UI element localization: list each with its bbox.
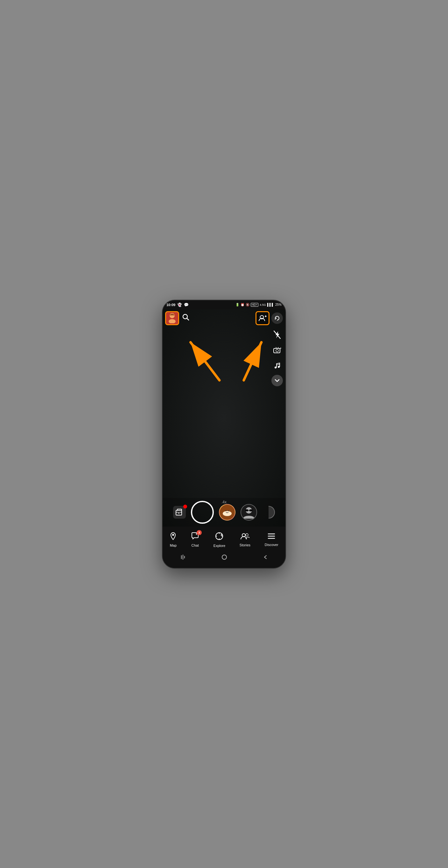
battery-icon: 🔋 — [235, 303, 239, 306]
search-button[interactable] — [182, 314, 189, 322]
status-bar: 10:09 👻 💬 🔋 ⏰ 🔇 HD+ 4.5G ▌▌▌ 25% — [163, 300, 285, 309]
chat-nav-icon: 3 — [191, 532, 199, 542]
alarm-icon: ⏰ — [241, 303, 244, 306]
svg-point-22 — [228, 510, 229, 511]
nav-item-chat[interactable]: 3 Chat — [191, 532, 199, 547]
story-thumbnail-2[interactable] — [241, 504, 257, 521]
status-right: 🔋 ⏰ 🔇 HD+ 4.5G ▌▌▌ 25% — [235, 303, 282, 307]
svg-point-31 — [246, 534, 248, 536]
capture-button[interactable] — [191, 501, 214, 524]
flip-camera-button[interactable] — [271, 312, 283, 324]
stories-nav-label: Stories — [239, 543, 250, 547]
discover-nav-label: Discover — [265, 543, 279, 547]
svg-rect-11 — [274, 348, 280, 353]
bottom-nav: Map 3 Chat — [163, 527, 285, 568]
explore-nav-icon — [215, 532, 224, 542]
discover-nav-icon — [267, 533, 275, 541]
phone-frame: 10:09 👻 💬 🔋 ⏰ 🔇 HD+ 4.5G ▌▌▌ 25% — [162, 300, 286, 568]
top-left-controls — [165, 311, 189, 325]
battery-percent: 25% — [275, 303, 282, 306]
music-icon — [274, 362, 280, 369]
nav-item-map[interactable]: Map — [169, 532, 177, 547]
nav-items-row: Map 3 Chat — [163, 527, 285, 551]
more-options-button[interactable] — [271, 375, 283, 386]
svg-line-4 — [187, 318, 189, 320]
map-icon — [169, 532, 177, 540]
svg-point-12 — [276, 349, 279, 352]
snapchat-ghost-icon: 👻 — [177, 303, 182, 307]
svg-text:✦: ✦ — [280, 347, 281, 349]
search-icon — [182, 314, 189, 321]
network-type: 4.5G — [260, 303, 266, 306]
ai-camera-button[interactable]: ✦ — [271, 344, 283, 356]
back-icon — [262, 554, 268, 560]
nav-item-stories[interactable]: Stories — [239, 532, 250, 547]
android-back-button[interactable] — [262, 554, 268, 562]
story-image-1 — [220, 505, 235, 520]
android-recents-button[interactable] — [180, 554, 187, 562]
stories-nav-icon — [241, 532, 250, 542]
chevron-down-icon — [275, 379, 280, 382]
map-nav-label: Map — [170, 544, 177, 547]
mute-icon: 🔇 — [246, 303, 250, 306]
svg-rect-38 — [222, 555, 227, 559]
avatar-button[interactable] — [165, 311, 179, 325]
music-button[interactable] — [271, 360, 283, 371]
svg-line-10 — [274, 331, 280, 339]
flash-off-icon — [274, 331, 281, 339]
svg-point-21 — [226, 510, 227, 511]
android-home-button[interactable] — [221, 554, 227, 562]
svg-rect-26 — [250, 509, 252, 511]
camera-view — [163, 309, 285, 527]
explore-icon — [215, 532, 224, 540]
memories-badge — [183, 505, 187, 508]
add-friend-button[interactable] — [256, 311, 269, 325]
ai-camera-icon: ✦ — [273, 346, 281, 353]
recents-icon — [180, 554, 187, 560]
android-nav-bar — [163, 551, 285, 568]
story-image-2 — [241, 505, 256, 520]
chat-nav-label: Chat — [191, 544, 198, 547]
flip-camera-icon — [274, 315, 280, 321]
avatar-emoji — [166, 311, 178, 325]
memories-button[interactable] — [173, 506, 186, 519]
home-icon — [221, 554, 227, 560]
stories-icon — [241, 532, 250, 540]
add-friend-icon — [258, 315, 267, 322]
chat-badge: 3 — [197, 530, 202, 535]
signal-bars: ▌▌▌ — [267, 303, 274, 306]
flash-off-button[interactable] — [271, 329, 283, 340]
camera-bottom-row — [163, 498, 285, 527]
top-bar — [163, 309, 285, 327]
svg-point-17 — [178, 512, 180, 514]
discover-icon — [267, 533, 275, 540]
map-nav-icon — [169, 532, 177, 542]
explore-nav-label: Explore — [214, 544, 225, 548]
status-left: 10:09 👻 💬 — [166, 303, 189, 307]
time-display: 10:09 — [166, 303, 175, 307]
memories-icon — [175, 509, 183, 516]
svg-point-28 — [172, 534, 174, 536]
right-tools-panel: ✦ — [271, 329, 283, 386]
bitmoji-avatar — [166, 311, 178, 323]
nav-item-explore[interactable]: Explore — [214, 532, 225, 548]
story-thumbnail-1[interactable] — [219, 504, 235, 521]
svg-rect-25 — [245, 509, 248, 511]
hd-indicator: HD+ — [251, 303, 258, 307]
top-right-controls — [256, 311, 283, 325]
svg-point-19 — [223, 511, 232, 516]
nav-item-discover[interactable]: Discover — [265, 533, 279, 547]
chat-status-icon: 💬 — [184, 303, 189, 307]
story-thumbnail-3[interactable] — [262, 506, 275, 519]
